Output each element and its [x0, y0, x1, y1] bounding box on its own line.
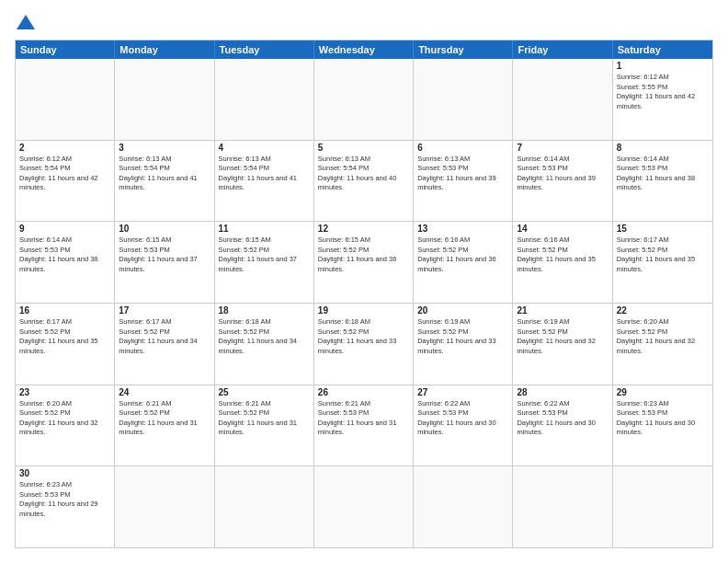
- day-number: 28: [517, 387, 608, 397]
- calendar-cell: [215, 59, 314, 140]
- calendar-cell: 24Sunrise: 6:21 AM Sunset: 5:52 PM Dayli…: [115, 385, 214, 466]
- calendar-cell: [513, 59, 612, 140]
- day-number: 20: [417, 305, 508, 316]
- day-number: 12: [318, 224, 409, 234]
- day-number: 2: [19, 143, 110, 153]
- calendar-cell: 8Sunrise: 6:14 AM Sunset: 5:53 PM Daylig…: [613, 141, 712, 222]
- day-info: Sunrise: 6:13 AM Sunset: 5:54 PM Dayligh…: [318, 155, 409, 193]
- calendar-cell: [513, 466, 612, 547]
- day-info: Sunrise: 6:15 AM Sunset: 5:52 PM Dayligh…: [219, 236, 310, 274]
- calendar-cell: [215, 466, 314, 547]
- day-number: 14: [517, 224, 608, 234]
- calendar-cell: [115, 59, 214, 140]
- day-info: Sunrise: 6:17 AM Sunset: 5:52 PM Dayligh…: [19, 317, 110, 356]
- calendar-cell: 16Sunrise: 6:17 AM Sunset: 5:52 PM Dayli…: [16, 304, 115, 385]
- day-info: Sunrise: 6:12 AM Sunset: 5:54 PM Dayligh…: [19, 155, 110, 193]
- calendar-cell: 4Sunrise: 6:13 AM Sunset: 5:54 PM Daylig…: [215, 141, 314, 222]
- calendar-cell: 13Sunrise: 6:16 AM Sunset: 5:52 PM Dayli…: [414, 222, 513, 303]
- calendar-cell: [414, 466, 513, 547]
- calendar-cell: [613, 466, 712, 547]
- calendar-cell: 27Sunrise: 6:22 AM Sunset: 5:53 PM Dayli…: [414, 385, 513, 466]
- calendar-cell: 9Sunrise: 6:14 AM Sunset: 5:53 PM Daylig…: [16, 222, 115, 303]
- day-number: 25: [219, 387, 310, 397]
- day-number: 5: [318, 143, 409, 153]
- day-number: 10: [119, 224, 210, 234]
- day-number: 3: [119, 143, 210, 153]
- day-info: Sunrise: 6:13 AM Sunset: 5:54 PM Dayligh…: [119, 155, 210, 193]
- day-number: 16: [19, 305, 110, 316]
- calendar-header-cell: Tuesday: [215, 40, 314, 59]
- logo: [15, 15, 35, 30]
- calendar-cell: 30Sunrise: 6:23 AM Sunset: 5:53 PM Dayli…: [16, 466, 115, 547]
- calendar-cell: 29Sunrise: 6:23 AM Sunset: 5:53 PM Dayli…: [613, 385, 712, 466]
- day-number: 9: [19, 224, 110, 234]
- calendar-row: 30Sunrise: 6:23 AM Sunset: 5:53 PM Dayli…: [16, 466, 712, 547]
- day-info: Sunrise: 6:14 AM Sunset: 5:53 PM Dayligh…: [19, 236, 110, 274]
- day-info: Sunrise: 6:19 AM Sunset: 5:52 PM Dayligh…: [517, 317, 608, 356]
- day-number: 15: [617, 224, 709, 234]
- day-info: Sunrise: 6:18 AM Sunset: 5:52 PM Dayligh…: [219, 317, 310, 356]
- day-number: 27: [417, 387, 508, 397]
- calendar-cell: [414, 59, 513, 140]
- calendar-cell: 22Sunrise: 6:20 AM Sunset: 5:52 PM Dayli…: [613, 304, 712, 385]
- calendar-cell: 15Sunrise: 6:17 AM Sunset: 5:52 PM Dayli…: [613, 222, 712, 303]
- day-number: 23: [19, 387, 110, 397]
- day-info: Sunrise: 6:12 AM Sunset: 5:55 PM Dayligh…: [617, 73, 709, 111]
- day-info: Sunrise: 6:16 AM Sunset: 5:52 PM Dayligh…: [417, 236, 508, 274]
- day-info: Sunrise: 6:15 AM Sunset: 5:52 PM Dayligh…: [318, 236, 409, 274]
- day-number: 22: [617, 305, 709, 316]
- day-number: 30: [19, 468, 110, 478]
- day-number: 26: [318, 387, 409, 397]
- calendar-header-row: SundayMondayTuesdayWednesdayThursdayFrid…: [16, 40, 712, 59]
- day-number: 1: [617, 61, 709, 71]
- page: SundayMondayTuesdayWednesdayThursdayFrid…: [0, 0, 728, 563]
- day-number: 11: [219, 224, 310, 234]
- day-info: Sunrise: 6:15 AM Sunset: 5:53 PM Dayligh…: [119, 236, 210, 274]
- logo-text: [15, 15, 35, 29]
- calendar-cell: 11Sunrise: 6:15 AM Sunset: 5:52 PM Dayli…: [215, 222, 314, 303]
- day-number: 6: [417, 143, 508, 153]
- calendar-cell: 7Sunrise: 6:14 AM Sunset: 5:53 PM Daylig…: [513, 141, 612, 222]
- calendar-cell: 21Sunrise: 6:19 AM Sunset: 5:52 PM Dayli…: [513, 304, 612, 385]
- day-info: Sunrise: 6:17 AM Sunset: 5:52 PM Dayligh…: [617, 236, 709, 274]
- day-number: 4: [219, 143, 310, 153]
- calendar-header-cell: Wednesday: [314, 40, 414, 59]
- calendar-header-cell: Thursday: [414, 40, 513, 59]
- calendar-cell: 10Sunrise: 6:15 AM Sunset: 5:53 PM Dayli…: [115, 222, 214, 303]
- day-info: Sunrise: 6:14 AM Sunset: 5:53 PM Dayligh…: [517, 155, 608, 193]
- day-number: 21: [517, 305, 608, 316]
- calendar-cell: 23Sunrise: 6:20 AM Sunset: 5:52 PM Dayli…: [16, 385, 115, 466]
- calendar-row: 2Sunrise: 6:12 AM Sunset: 5:54 PM Daylig…: [16, 141, 712, 223]
- calendar-cell: 17Sunrise: 6:17 AM Sunset: 5:52 PM Dayli…: [115, 304, 214, 385]
- day-number: 7: [517, 143, 608, 153]
- day-info: Sunrise: 6:20 AM Sunset: 5:52 PM Dayligh…: [617, 317, 709, 356]
- calendar-cell: 14Sunrise: 6:16 AM Sunset: 5:52 PM Dayli…: [513, 222, 612, 303]
- header: [15, 15, 713, 30]
- day-number: 29: [617, 387, 709, 397]
- calendar-header-cell: Friday: [513, 40, 612, 59]
- calendar-cell: 12Sunrise: 6:15 AM Sunset: 5:52 PM Dayli…: [314, 222, 414, 303]
- calendar-cell: 6Sunrise: 6:13 AM Sunset: 5:53 PM Daylig…: [414, 141, 513, 222]
- day-number: 19: [318, 305, 409, 316]
- calendar-row: 1Sunrise: 6:12 AM Sunset: 5:55 PM Daylig…: [16, 59, 712, 141]
- calendar-body: 1Sunrise: 6:12 AM Sunset: 5:55 PM Daylig…: [16, 59, 712, 547]
- calendar-cell: 26Sunrise: 6:21 AM Sunset: 5:53 PM Dayli…: [314, 385, 414, 466]
- calendar-header-cell: Sunday: [16, 40, 115, 59]
- calendar-cell: 3Sunrise: 6:13 AM Sunset: 5:54 PM Daylig…: [115, 141, 214, 222]
- day-info: Sunrise: 6:16 AM Sunset: 5:52 PM Dayligh…: [517, 236, 608, 274]
- day-info: Sunrise: 6:22 AM Sunset: 5:53 PM Dayligh…: [417, 399, 508, 438]
- calendar-header-cell: Saturday: [613, 40, 712, 59]
- calendar-row: 23Sunrise: 6:20 AM Sunset: 5:52 PM Dayli…: [16, 385, 712, 467]
- calendar-cell: 1Sunrise: 6:12 AM Sunset: 5:55 PM Daylig…: [613, 59, 712, 140]
- day-info: Sunrise: 6:21 AM Sunset: 5:53 PM Dayligh…: [318, 399, 409, 438]
- calendar-cell: 20Sunrise: 6:19 AM Sunset: 5:52 PM Dayli…: [414, 304, 513, 385]
- day-info: Sunrise: 6:13 AM Sunset: 5:53 PM Dayligh…: [417, 155, 508, 193]
- day-info: Sunrise: 6:14 AM Sunset: 5:53 PM Dayligh…: [617, 155, 709, 193]
- day-info: Sunrise: 6:21 AM Sunset: 5:52 PM Dayligh…: [219, 399, 310, 438]
- calendar-cell: 5Sunrise: 6:13 AM Sunset: 5:54 PM Daylig…: [314, 141, 414, 222]
- calendar-row: 16Sunrise: 6:17 AM Sunset: 5:52 PM Dayli…: [16, 304, 712, 385]
- day-info: Sunrise: 6:20 AM Sunset: 5:52 PM Dayligh…: [19, 399, 110, 438]
- calendar-cell: 2Sunrise: 6:12 AM Sunset: 5:54 PM Daylig…: [16, 141, 115, 222]
- day-number: 8: [617, 143, 709, 153]
- calendar-cell: 25Sunrise: 6:21 AM Sunset: 5:52 PM Dayli…: [215, 385, 314, 466]
